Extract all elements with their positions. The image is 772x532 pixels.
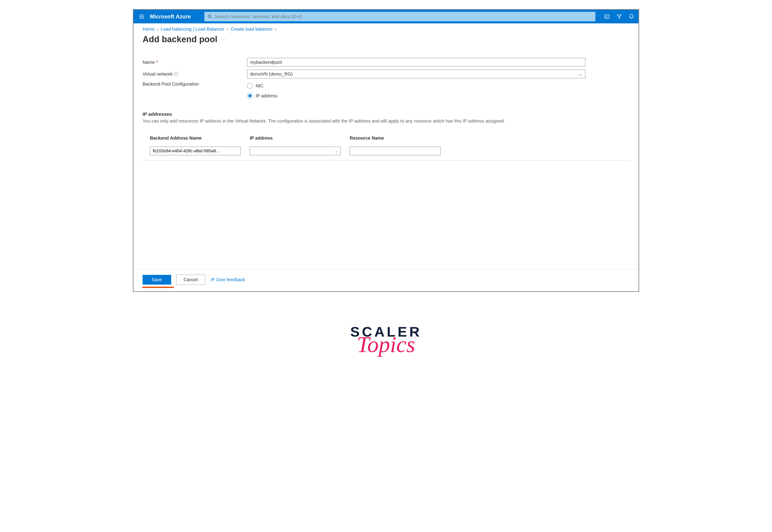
save-button[interactable]: Save: [143, 275, 171, 285]
content-area: Home › Load balancing | Load Balancer › …: [133, 23, 639, 269]
page-title: Add backend pool: [143, 34, 217, 44]
vnet-label: Virtual network i: [143, 71, 247, 77]
chevron-right-icon: ›: [157, 27, 158, 32]
ip-section: IP addresses You can only add resources …: [143, 111, 629, 124]
svg-point-3: [208, 15, 211, 18]
topics-text: Topics: [350, 334, 422, 355]
form: Name* Virtual network i demoVN (demo_RG)…: [143, 58, 629, 160]
brand-label: Microsoft Azure: [150, 13, 204, 20]
hamburger-menu-button[interactable]: [133, 13, 150, 20]
notifications-button[interactable]: [628, 13, 635, 20]
search-input[interactable]: [214, 14, 592, 19]
col-name: Backend Address Name: [150, 135, 250, 141]
top-bar: Microsoft Azure: [133, 10, 639, 23]
name-row: Name*: [143, 58, 629, 67]
cloud-shell-icon: [604, 14, 610, 20]
name-input[interactable]: [247, 58, 585, 67]
name-label-text: Name: [143, 60, 155, 65]
feedback-label: Give feedback: [216, 277, 245, 282]
config-label: Backend Pool Configuration: [143, 81, 247, 87]
spacer: [143, 160, 629, 269]
radio-ip[interactable]: IP address: [247, 93, 277, 99]
breadcrumb-lb[interactable]: Load balancing | Load Balancer: [161, 27, 224, 32]
person-feedback-icon: [210, 278, 215, 282]
azure-window: Microsoft Azure Home › Load balancing | …: [133, 9, 639, 292]
ip-grid-row: ⌄: [143, 144, 629, 155]
radio-unchecked-icon: [247, 83, 253, 89]
breadcrumb-create[interactable]: Create load balancer: [231, 27, 273, 32]
chevron-right-icon: ›: [275, 27, 276, 32]
footer-bar: Save Cancel Give feedback: [133, 269, 639, 291]
breadcrumb-home[interactable]: Home: [143, 27, 155, 32]
scaler-logo: SCALER Topics: [350, 324, 422, 355]
vnet-value: demoVN (demo_RG): [250, 71, 293, 77]
svg-marker-7: [617, 15, 621, 18]
svg-line-4: [210, 17, 212, 18]
top-icons: [600, 13, 639, 20]
radio-checked-icon: [247, 93, 253, 99]
ip-section-desc: You can only add resources IP address in…: [143, 118, 506, 124]
chevron-right-icon: ›: [227, 27, 228, 32]
ip-grid-body: ⌄: [143, 144, 629, 160]
search-icon: [207, 14, 212, 19]
svg-point-8: [211, 278, 212, 280]
chevron-down-icon: ⌄: [579, 71, 582, 77]
resource-name-input[interactable]: [350, 147, 441, 155]
vnet-label-text: Virtual network: [143, 71, 172, 77]
config-row: Backend Pool Configuration NIC IP addres…: [143, 81, 629, 100]
global-search[interactable]: [204, 12, 595, 21]
give-feedback-link[interactable]: Give feedback: [210, 277, 245, 282]
chevron-down-icon: ⌄: [335, 149, 337, 153]
hamburger-icon: [138, 13, 145, 20]
config-radio-group: NIC IP address: [247, 81, 277, 100]
vnet-select[interactable]: demoVN (demo_RG) ⌄: [247, 70, 585, 78]
breadcrumb: Home › Load balancing | Load Balancer › …: [143, 27, 629, 32]
vnet-row: Virtual network i demoVN (demo_RG) ⌄: [143, 70, 629, 78]
cancel-button[interactable]: Cancel: [176, 275, 205, 285]
radio-ip-label: IP address: [256, 93, 277, 99]
svg-rect-5: [605, 15, 609, 18]
page-title-row: Add backend pool ···: [143, 34, 629, 44]
info-icon[interactable]: i: [174, 72, 178, 76]
col-ip: IP address: [250, 135, 350, 141]
name-label: Name*: [143, 60, 247, 65]
backend-address-name-input[interactable]: [150, 147, 241, 155]
radio-nic[interactable]: NIC: [247, 83, 277, 89]
directories-button[interactable]: [616, 13, 623, 20]
bell-icon: [629, 14, 634, 20]
highlight-underline: [142, 287, 174, 288]
ip-address-select[interactable]: ⌄: [250, 147, 340, 155]
more-actions-button[interactable]: ···: [221, 37, 225, 42]
required-asterisk: *: [156, 60, 158, 65]
ip-section-title: IP addresses: [143, 111, 629, 117]
col-res: Resource Name: [350, 135, 450, 141]
ip-grid-header: Backend Address Name IP address Resource…: [143, 135, 629, 144]
cloud-shell-button[interactable]: [604, 13, 610, 20]
radio-nic-label: NIC: [256, 83, 263, 89]
filter-icon: [616, 14, 622, 20]
